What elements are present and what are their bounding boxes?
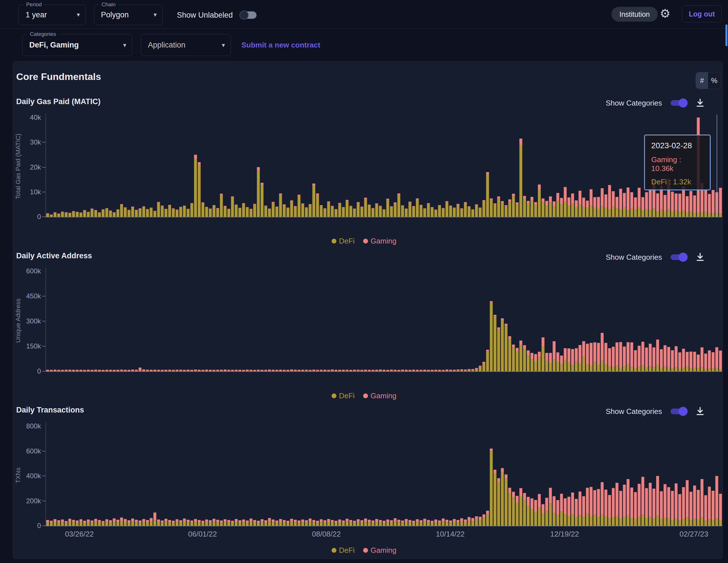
logout-label: Log out bbox=[689, 10, 715, 18]
y-tick-mark bbox=[42, 321, 45, 322]
chart3-controls: Show Categories bbox=[606, 406, 705, 417]
y-tick-mark bbox=[42, 346, 45, 347]
unit-percent-button[interactable]: % bbox=[708, 72, 720, 89]
y-tick-mark bbox=[42, 142, 45, 142]
legend-item-gaming[interactable]: Gaming bbox=[363, 546, 396, 555]
download-icon[interactable] bbox=[695, 252, 705, 262]
y-tick-label: 0 bbox=[11, 367, 41, 376]
legend-item-defi[interactable]: DeFi bbox=[332, 237, 355, 245]
gaming-dot-icon bbox=[363, 548, 368, 553]
gaming-dot-icon bbox=[363, 394, 368, 398]
chart-daily-transactions[interactable] bbox=[46, 426, 722, 526]
legend-gaming-label: Gaming bbox=[371, 392, 396, 400]
y-tick-label: 0 bbox=[11, 212, 41, 221]
y-tick-label: 10k bbox=[11, 188, 41, 196]
chart1-x-axis-line bbox=[45, 217, 722, 217]
y-tick-label: 400k bbox=[11, 472, 41, 480]
chart-daily-gas-paid[interactable] bbox=[46, 117, 722, 217]
legend-item-defi[interactable]: DeFi bbox=[332, 546, 355, 555]
chart3-x-axis-line bbox=[45, 526, 722, 526]
gear-icon[interactable]: ⚙ bbox=[660, 8, 671, 20]
panel-title: Core Fundmentals bbox=[16, 71, 101, 82]
dashboard-page: Period 1 year ▾ Chain Polygon ▾ Show Unl… bbox=[0, 0, 728, 563]
chart-daily-active-address[interactable] bbox=[46, 271, 722, 371]
chart1-tooltip: 2023-02-28 Gaming : 10.36k DeFi : 1.32k bbox=[644, 134, 711, 190]
x-tick-label: 03/26/22 bbox=[55, 530, 104, 539]
unit-toggle-group: # % bbox=[696, 72, 721, 89]
legend-gaming-label: Gaming bbox=[371, 546, 396, 555]
x-tick-label: 06/01/22 bbox=[178, 530, 227, 539]
show-categories-toggle[interactable] bbox=[669, 407, 688, 416]
show-categories-label: Show Categories bbox=[606, 407, 662, 416]
legend-item-gaming[interactable]: Gaming bbox=[363, 237, 396, 245]
x-tick-label: 12/19/22 bbox=[540, 530, 589, 539]
y-tick-mark bbox=[42, 167, 45, 167]
y-tick-mark bbox=[42, 216, 45, 217]
application-select[interactable]: Application ▾ bbox=[141, 34, 231, 56]
period-value: 1 year bbox=[26, 5, 69, 25]
tooltip-defi-value: DeFi : 1.32k bbox=[651, 177, 704, 186]
x-tick-label: 02/27/23 bbox=[670, 530, 718, 539]
logout-button[interactable]: Log out bbox=[682, 5, 722, 22]
legend-item-defi[interactable]: DeFi bbox=[332, 392, 355, 400]
y-tick-label: 300k bbox=[11, 317, 41, 326]
y-tick-mark bbox=[42, 192, 45, 192]
tooltip-date: 2023-02-28 bbox=[651, 141, 704, 150]
y-tick-mark bbox=[42, 525, 45, 526]
y-tick-label: 40k bbox=[11, 113, 41, 122]
y-tick-label: 0 bbox=[11, 521, 41, 530]
chart1-legend: DeFi Gaming bbox=[0, 237, 728, 245]
gaming-dot-icon bbox=[363, 239, 368, 243]
download-icon[interactable] bbox=[695, 406, 705, 417]
show-categories-toggle[interactable] bbox=[669, 98, 688, 108]
show-categories-toggle[interactable] bbox=[669, 252, 688, 262]
legend-item-gaming[interactable]: Gaming bbox=[363, 392, 396, 400]
y-tick-label: 800k bbox=[11, 422, 41, 431]
unit-hash-button[interactable]: # bbox=[696, 72, 708, 89]
x-tick-label: 08/08/22 bbox=[302, 530, 351, 539]
y-tick-mark bbox=[42, 296, 45, 297]
chevron-down-icon: ▾ bbox=[222, 42, 225, 49]
y-tick-label: 20k bbox=[11, 163, 41, 171]
legend-defi-label: DeFi bbox=[339, 237, 355, 245]
chart2-x-axis-line bbox=[45, 371, 722, 372]
period-select[interactable]: Period 1 year ▾ bbox=[18, 5, 86, 25]
legend-gaming-label: Gaming bbox=[371, 237, 396, 245]
y-tick-mark bbox=[42, 476, 45, 476]
chart1-crosshair bbox=[717, 115, 717, 217]
y-tick-label: 600k bbox=[11, 447, 41, 456]
institution-label: Institution bbox=[619, 10, 650, 18]
y-tick-mark bbox=[42, 501, 45, 501]
submit-contract-link[interactable]: Submit a new contract bbox=[241, 41, 320, 49]
show-unlabeled-toggle[interactable] bbox=[239, 10, 258, 20]
categories-select[interactable]: Categories DeFi, Gaming ▾ bbox=[22, 34, 132, 56]
y-tick-mark bbox=[42, 371, 45, 372]
chart3-legend: DeFi Gaming bbox=[0, 546, 728, 555]
institution-button[interactable]: Institution bbox=[611, 7, 658, 22]
application-placeholder: Application bbox=[148, 34, 214, 56]
y-tick-label: 200k bbox=[11, 497, 41, 505]
chevron-down-icon: ▾ bbox=[123, 42, 126, 49]
y-tick-label: 150k bbox=[11, 342, 41, 351]
download-icon[interactable] bbox=[695, 98, 705, 108]
chain-value: Polygon bbox=[101, 5, 145, 25]
chart2-controls: Show Categories bbox=[606, 251, 705, 263]
defi-dot-icon bbox=[332, 548, 336, 553]
chart1-controls: Show Categories bbox=[606, 97, 705, 109]
chain-select[interactable]: Chain Polygon ▾ bbox=[94, 5, 163, 25]
chart3-title: Daily Transactions bbox=[16, 406, 84, 415]
toggle-thumb bbox=[239, 11, 249, 20]
defi-dot-icon bbox=[332, 394, 336, 398]
y-tick-label: 600k bbox=[11, 267, 41, 275]
chart2-legend: DeFi Gaming bbox=[0, 392, 728, 400]
x-tick-label: 10/14/22 bbox=[426, 530, 474, 539]
categories-value: DeFi, Gaming bbox=[29, 34, 115, 56]
chevron-down-icon: ▾ bbox=[77, 11, 80, 18]
show-unlabeled-label: Show Unlabeled bbox=[177, 11, 233, 20]
show-categories-label: Show Categories bbox=[606, 99, 662, 107]
scrollbar-thumb[interactable] bbox=[725, 24, 727, 46]
legend-defi-label: DeFi bbox=[339, 546, 355, 555]
tooltip-gaming-value: Gaming : 10.36k bbox=[651, 155, 704, 173]
y-tick-mark bbox=[42, 451, 45, 452]
show-categories-label: Show Categories bbox=[606, 253, 662, 262]
